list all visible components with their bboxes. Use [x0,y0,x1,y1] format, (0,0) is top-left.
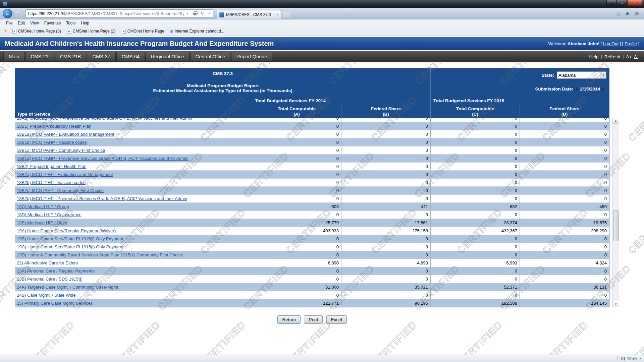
type-of-service-link[interactable]: 18B1d) MCO PAHP - Preventive Services Gr… [17,156,189,161]
type-of-service-link[interactable]: 19D) Home & Community Based Services Sta… [17,252,183,257]
new-tab-button[interactable] [282,12,290,18]
return-button[interactable]: Return [277,315,301,324]
nav-report-queue[interactable]: Report Queue [231,52,272,62]
address-input[interactable]: https://65.220.21.9/MBESCBES/CMS37/CMS37… [25,9,213,18]
print-button[interactable]: Print [304,315,323,324]
type-of-service-link[interactable]: 18Ad) Medicaid MCO - Preventive Services… [17,118,192,121]
window-minimize-button[interactable]: — [606,0,616,6]
home-icon[interactable]: ⌂ [617,11,621,17]
nav-cms-37[interactable]: CMS-37 [87,52,115,62]
menu-favorites[interactable]: Favorites [42,21,63,25]
profile-link[interactable]: Profile [625,41,637,46]
window-maximize-button[interactable]: □ [617,0,627,6]
type-of-service-link[interactable]: 19B) Home-Comm Serv/State Pl 1915(i) Onl… [17,236,123,241]
type-of-service-link[interactable]: 18E) Medicaid HIP / Other [17,220,68,225]
nav-cms-21[interactable]: CMS-21 [25,52,54,62]
type-of-service-link[interactable]: 25) Primary Care Case Mgmt. Services [17,301,93,306]
nav-central-office[interactable]: Central Office [190,52,230,62]
window-close-button[interactable]: × [627,0,642,6]
value-cell: 52,371 [431,283,520,291]
favorite-link-1[interactable]: e CMSnet Home Page (3) [9,29,64,34]
menu-tools[interactable]: Tools [63,21,78,25]
value-cell: 0 [431,235,520,243]
menu-help[interactable]: Help [78,21,92,25]
back-button[interactable]: ← [3,9,12,18]
favorites-icon[interactable]: ★ [625,10,630,17]
type-of-service-link[interactable]: 19A) Home-Comm Serv/Regular Payment (Wai… [17,228,116,233]
add-favorite-star-icon[interactable]: ★ [2,28,9,34]
value-cell: 0 [252,146,341,154]
type-of-service-link[interactable]: 18B1a) MCO PAHP - Evaluation and Managem… [17,132,114,137]
type-of-service-link[interactable]: 18B2d) MCO PIHP - Preventive Services Gr… [17,196,187,201]
menu-view[interactable]: View [28,21,42,25]
forward-button[interactable]: → [13,9,23,18]
nav-cms-21b[interactable]: CMS-21B [55,52,87,62]
scroll-up-button[interactable]: ▲ [612,118,619,124]
stop-icon[interactable]: × [206,10,213,17]
close-icon: × [634,1,636,5]
type-of-service-link[interactable]: 18B1) Prepaid Ambulatory Health Plan [17,124,92,129]
refresh-icon[interactable]: ↻ [198,10,206,17]
zoom-level[interactable]: 125% [627,356,637,361]
type-of-service-link[interactable]: 24B) Case Mgmt. / State Wide [17,293,76,298]
nav-cms-64[interactable]: CMS-64 [116,52,145,62]
lock-icon[interactable] [191,10,198,17]
nav-regional-office[interactable]: Regional Office [146,52,190,62]
nav-main[interactable]: Main [3,52,24,62]
zoom-dropdown-icon[interactable]: ▼ [639,357,641,360]
value-cell: 0 [520,211,609,219]
autocomplete-dropdown-icon[interactable]: ▼ [183,10,191,17]
type-of-service-cell: 18B2a) MCO PIHP - Evaluation and Managem… [15,171,252,178]
type-of-service-link[interactable]: 18D) Medicaid HIP / Coinsurance [17,212,82,217]
type-of-service-link[interactable]: 18B2) Prepaid Inpatient Health Plan [17,164,86,169]
submission-date-prev-icon[interactable]: ◄ [574,87,579,92]
type-of-service-link[interactable]: 18B1b) MCO PAHP - Vaccine codes [17,140,87,145]
table-row: 18B2) Prepaid Inpatient Health Plan0000 [15,163,609,171]
favorite-link-2[interactable]: e CMSnet Home Page (2) [64,29,119,34]
value-cell: 0 [520,130,609,138]
chevron-down-icon: ▼ [600,72,606,78]
bracket-text: ] [ [620,41,623,46]
favorite-label: CMSnet Home Page (2) [73,29,116,34]
table-row: 18B1c) MCO PAHP - Community First Choice… [15,146,609,155]
logout-link[interactable]: Log Out [603,41,619,46]
favorite-link-3[interactable]: e CMSnet Home Page [119,29,167,34]
browser-tab[interactable]: MBES/CBES - CMS 37.3 × [217,10,281,19]
state-dropdown[interactable]: Alabama ▼ [557,71,606,79]
column-letter: (B) [341,112,430,117]
gear-icon[interactable]: ⚙ [635,10,639,17]
type-of-service-link[interactable]: 18B2b) MCO PIHP - Vaccine codes [17,180,86,185]
refresh-link[interactable]: Refresh [604,54,620,59]
type-of-service-link[interactable]: 18B1c) MCO PAHP - Community First Choice [17,148,105,153]
type-of-service-link[interactable]: 23A) Personal Care / Regular Payments [17,268,95,274]
type-of-service-cell: 24B) Case Mgmt. / State Wide [15,291,252,299]
type-of-service-cell: 18B1) Prepaid Ambulatory Health Plan [15,122,252,130]
page-icon: e [67,29,71,34]
font-increase-link[interactable]: A+ [626,54,632,59]
type-of-service-link[interactable]: 23B) Personal Care / SDS 1915(j) [17,277,83,282]
zoom-icon [621,357,625,361]
scrollbar-track[interactable] [612,124,619,301]
type-of-service-link[interactable]: 24A) Targeted Case Mgmt. / Community Cas… [17,285,119,290]
type-of-service-link[interactable]: 19C) Home-Comm Serv/State Pl 1915(j) Onl… [17,244,123,249]
favorite-link-4[interactable]: e Internet Explorer cannot d... [167,28,227,34]
report-table: CMS 37.3 Medicaid Program Budget Report … [15,68,609,307]
menu-bar: File Edit View Favorites Tools Help [0,19,644,27]
type-of-service-link[interactable]: 18C) Medicaid HIP / Group [17,204,69,209]
excel-button[interactable]: Excel [326,315,347,324]
type-of-service-link[interactable]: 22) All-Inclusive Care for Elders [17,260,78,265]
value-cell: 19,575 [520,219,609,227]
submission-date-next-icon[interactable]: ► [601,87,606,92]
type-of-service-link[interactable]: 18B2a) MCO PIHP - Evaluation and Managem… [17,172,113,177]
favorite-label: CMSnet Home Page [127,29,164,34]
font-decrease-link[interactable]: A- [634,55,638,59]
tab-close-icon[interactable]: × [276,12,279,17]
help-link[interactable]: Help [589,54,599,59]
scroll-down-button[interactable]: ▼ [612,301,619,307]
fy2015-group-header: Total Budgeted Services FY 2015 [431,96,609,105]
vertical-scrollbar[interactable]: ▲ ▼ [612,118,619,307]
menu-edit[interactable]: Edit [15,21,28,25]
menu-file[interactable]: File [3,21,15,25]
scrollbar-thumb[interactable] [613,210,619,241]
type-of-service-link[interactable]: 18B2c) MCO PIHP - Community First Choice [17,188,104,193]
